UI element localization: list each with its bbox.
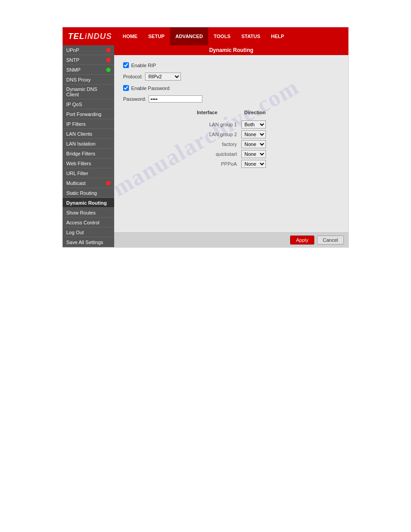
sidebar-item-upnp[interactable]: UPnP <box>63 45 114 55</box>
interface-label: LAN group 2 <box>197 132 237 137</box>
sidebar-item-port-forwarding[interactable]: Port Forwarding <box>63 109 114 119</box>
enable-password-checkbox[interactable] <box>123 85 129 91</box>
sidebar-item-snmp[interactable]: SNMP <box>63 65 114 75</box>
enable-password-row: Enable Password <box>123 85 339 91</box>
direction-select-3[interactable]: Both None In Out <box>241 150 266 158</box>
logo-area: TELiNDUS <box>63 27 117 45</box>
routing-rows: LAN group 1 Both None In Out <box>123 120 339 168</box>
sidebar-item-lan-isolation[interactable]: LAN Isolation <box>63 139 114 149</box>
table-header-direction: Direction <box>244 110 266 115</box>
direction-select-0[interactable]: Both None In Out <box>241 120 266 129</box>
sidebar-item-static-routing[interactable]: Static Routing <box>63 188 114 198</box>
enable-rip-label: Enable RIP <box>131 63 156 68</box>
sidebar-item-save-all[interactable]: Save All Settings <box>63 237 114 247</box>
sidebar-item-url-filter[interactable]: URL Filter <box>63 168 114 178</box>
apply-button[interactable]: Apply <box>290 236 314 245</box>
routing-table: Interface Direction LAN group 1 Both Non… <box>123 108 339 168</box>
nav-home[interactable]: HOME <box>117 27 143 45</box>
protocol-select[interactable]: RIPv1 RIPv2 RIPv1 & v2 <box>145 73 181 81</box>
sidebar-item-log-out[interactable]: Log Out <box>63 227 114 237</box>
content-body: Enable RIP Protocol: RIPv1 RIPv2 RIPv1 &… <box>114 55 348 232</box>
content-footer: Apply Cancel <box>114 232 348 247</box>
multicast-status-dot <box>106 181 111 185</box>
sidebar-item-access-control[interactable]: Access Control <box>63 218 114 227</box>
protocol-row: Protocol: RIPv1 RIPv2 RIPv1 & v2 <box>123 73 339 81</box>
main-layout: UPnP SNTP SNMP DNS Proxy <box>63 45 348 247</box>
upnp-status-dot <box>106 48 111 52</box>
enable-rip-checkbox[interactable] <box>123 62 129 68</box>
content-area: Dynamic Routing Enable RIP Protocol: RIP… <box>114 45 348 247</box>
sidebar-item-bridge-filters[interactable]: Bridge Filters <box>63 149 114 159</box>
sidebar-item-dynamic-routing[interactable]: Dynamic Routing <box>63 198 114 208</box>
nav-help[interactable]: HELP <box>265 27 289 45</box>
content-title: Dynamic Routing <box>114 45 348 55</box>
direction-select-1[interactable]: Both None In Out <box>241 130 266 138</box>
interface-label: LAN group 1 <box>197 122 237 127</box>
interface-label: quickstart <box>197 151 237 157</box>
protocol-label: Protocol: <box>123 74 142 79</box>
header: TELiNDUS HOME SETUP ADVANCED TOOLS STATU… <box>63 27 348 45</box>
table-header-interface: Interface <box>197 110 218 115</box>
sidebar: UPnP SNTP SNMP DNS Proxy <box>63 45 114 247</box>
interface-label: factory <box>197 142 237 147</box>
sidebar-item-web-filters[interactable]: Web Filters <box>63 159 114 168</box>
table-row: LAN group 2 Both None In Out <box>197 130 266 138</box>
table-row: quickstart Both None In Out <box>197 150 266 158</box>
direction-select-2[interactable]: Both None In Out <box>241 140 266 148</box>
sidebar-item-show-routes[interactable]: Show Routes <box>63 208 114 218</box>
table-row: PPPoA Both None In Out <box>197 160 266 168</box>
password-row: Password: <box>123 95 339 103</box>
sidebar-item-dns-proxy[interactable]: DNS Proxy <box>63 75 114 85</box>
nav-bar: HOME SETUP ADVANCED TOOLS STATUS HELP <box>117 27 290 45</box>
enable-password-label: Enable Password <box>131 86 170 91</box>
password-label: Password: <box>123 96 146 102</box>
table-row: LAN group 1 Both None In Out <box>197 120 266 129</box>
direction-select-4[interactable]: Both None In Out <box>241 160 266 168</box>
nav-status[interactable]: STATUS <box>236 27 265 45</box>
table-row: factory Both None In Out <box>197 140 266 148</box>
sidebar-item-ip-filters[interactable]: IP Filters <box>63 119 114 129</box>
snmp-status-dot <box>106 68 111 72</box>
sidebar-item-sntp[interactable]: SNTP <box>63 55 114 65</box>
nav-tools[interactable]: TOOLS <box>208 27 236 45</box>
nav-setup[interactable]: SETUP <box>143 27 170 45</box>
interface-label: PPPoA <box>197 161 237 167</box>
sidebar-item-dynamic-dns[interactable]: Dynamic DNS Client <box>63 85 114 99</box>
sidebar-item-multicast[interactable]: Multicast <box>63 178 114 188</box>
sidebar-item-ip-qos[interactable]: IP QoS <box>63 99 114 109</box>
sntp-status-dot <box>106 58 111 62</box>
cancel-button[interactable]: Cancel <box>317 236 344 245</box>
nav-advanced[interactable]: ADVANCED <box>170 27 209 45</box>
sidebar-item-lan-clients[interactable]: LAN Clients <box>63 129 114 139</box>
enable-rip-row: Enable RIP <box>123 62 339 68</box>
password-input[interactable] <box>149 95 202 103</box>
brand-logo: TELiNDUS <box>68 32 112 41</box>
